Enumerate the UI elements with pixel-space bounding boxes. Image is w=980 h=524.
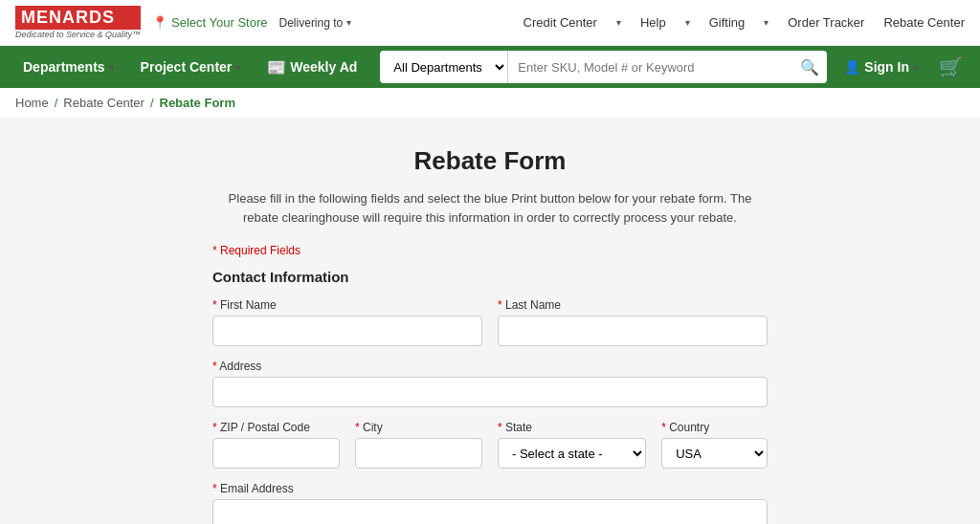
name-row: * * First Name First Name * Last Name bbox=[212, 298, 768, 346]
department-select[interactable]: All Departments bbox=[380, 51, 508, 83]
top-bar-right: Credit Center ▾ Help ▾ Gifting ▾ Order T… bbox=[523, 15, 965, 30]
delivering: Delivering to ▾ bbox=[279, 16, 352, 30]
help-chevron: ▾ bbox=[685, 17, 690, 28]
nav-right: 👤 Sign In ▾ 🛒 bbox=[836, 55, 970, 78]
weekly-ad-icon: 📰 bbox=[267, 58, 286, 76]
zip-required: * bbox=[212, 421, 217, 434]
sign-in-label: Sign In bbox=[864, 59, 909, 75]
sign-in-button[interactable]: 👤 Sign In ▾ bbox=[836, 59, 925, 75]
gifting-link[interactable]: Gifting bbox=[709, 15, 746, 30]
state-label: * State bbox=[498, 421, 646, 434]
last-name-required: * bbox=[498, 298, 502, 312]
search-bar: All Departments 🔍 bbox=[380, 51, 827, 83]
store-select[interactable]: 📍 Select Your Store bbox=[152, 15, 267, 30]
state-select[interactable]: - Select a state - bbox=[498, 438, 646, 469]
address-input[interactable] bbox=[212, 377, 768, 407]
logo-tagline: Dedicated to Service & Quality™ bbox=[15, 30, 141, 39]
email-group: * Email Address bbox=[212, 482, 768, 524]
location-row: * ZIP / Postal Code * City * State - Sel bbox=[212, 421, 768, 469]
departments-label: Departments bbox=[23, 59, 105, 75]
delivering-label: Delivering to bbox=[279, 16, 344, 30]
user-icon: 👤 bbox=[844, 59, 860, 75]
email-required: * bbox=[212, 482, 217, 495]
top-bar: MENARDS Dedicated to Service & Quality™ … bbox=[0, 0, 980, 46]
delivering-chevron[interactable]: ▾ bbox=[346, 17, 351, 28]
email-input[interactable] bbox=[212, 499, 768, 524]
breadcrumb-home[interactable]: Home bbox=[15, 96, 49, 110]
signin-chevron: ▾ bbox=[913, 62, 918, 73]
last-name-group: * Last Name bbox=[498, 298, 768, 346]
country-select[interactable]: USA bbox=[661, 438, 768, 469]
address-label: * Address bbox=[212, 360, 768, 373]
nav-departments[interactable]: Departments ▾ bbox=[10, 46, 127, 88]
rebate-center-link[interactable]: Rebate Center bbox=[883, 15, 965, 30]
zip-label: * ZIP / Postal Code bbox=[212, 421, 340, 434]
store-select-label[interactable]: Select Your Store bbox=[171, 15, 267, 30]
state-required: * bbox=[498, 421, 502, 434]
zip-input[interactable] bbox=[212, 438, 340, 469]
country-required: * bbox=[661, 421, 666, 434]
gifting-chevron: ▾ bbox=[764, 17, 768, 28]
address-group: * Address bbox=[212, 360, 768, 407]
order-tracker-link[interactable]: Order Tracker bbox=[788, 15, 864, 30]
zip-group: * ZIP / Postal Code bbox=[212, 421, 340, 469]
city-group: * City bbox=[355, 421, 482, 469]
breadcrumb-current: Rebate Form bbox=[160, 96, 235, 110]
section-title: Contact Information bbox=[212, 269, 768, 285]
logo-area: MENARDS Dedicated to Service & Quality™ bbox=[15, 6, 141, 39]
departments-chevron: ▾ bbox=[109, 62, 114, 73]
logo: MENARDS bbox=[15, 6, 141, 30]
cart-button[interactable]: 🛒 bbox=[931, 55, 970, 78]
nav-project-center[interactable]: Project Center ▾ bbox=[127, 46, 255, 88]
email-label: * Email Address bbox=[212, 482, 768, 495]
last-name-input[interactable] bbox=[498, 316, 768, 346]
search-input[interactable] bbox=[508, 51, 792, 83]
location-icon: 📍 bbox=[152, 15, 167, 30]
last-name-label: * Last Name bbox=[498, 298, 768, 312]
country-label: * Country bbox=[661, 421, 768, 434]
required-note: * Required Fields bbox=[212, 244, 768, 257]
address-row: * Address bbox=[212, 360, 768, 407]
project-center-label: Project Center bbox=[141, 59, 233, 75]
address-required: * bbox=[212, 360, 217, 373]
first-name-required: * bbox=[212, 298, 217, 312]
breadcrumb-sep-1: / bbox=[55, 96, 58, 110]
credit-center-link[interactable]: Credit Center bbox=[523, 15, 597, 30]
nav-weekly-ad[interactable]: 📰 Weekly Ad bbox=[254, 46, 370, 88]
form-title: Rebate Form bbox=[212, 146, 768, 176]
form-description: Please fill in the following fields and … bbox=[212, 189, 768, 227]
main-content: Rebate Form Please fill in the following… bbox=[0, 118, 980, 524]
city-input[interactable] bbox=[355, 438, 482, 469]
country-group: * Country USA bbox=[661, 421, 768, 469]
form-container: Rebate Form Please fill in the following… bbox=[212, 146, 768, 524]
email-row: * Email Address bbox=[212, 482, 768, 524]
breadcrumb: Home / Rebate Center / Rebate Form bbox=[0, 88, 980, 118]
city-required: * bbox=[355, 421, 360, 434]
first-name-label: * * First Name First Name bbox=[212, 298, 482, 312]
project-center-chevron: ▾ bbox=[235, 62, 240, 73]
weekly-ad-label: Weekly Ad bbox=[290, 59, 357, 75]
breadcrumb-sep-2: / bbox=[150, 96, 154, 110]
help-link[interactable]: Help bbox=[640, 15, 666, 30]
nav-bar: Departments ▾ Project Center ▾ 📰 Weekly … bbox=[0, 46, 980, 88]
cart-icon: 🛒 bbox=[939, 55, 963, 78]
state-group: * State - Select a state - bbox=[498, 421, 646, 469]
credit-center-chevron: ▾ bbox=[616, 17, 621, 28]
first-name-group: * * First Name First Name bbox=[212, 298, 482, 346]
city-label: * City bbox=[355, 421, 482, 434]
first-name-input[interactable] bbox=[212, 316, 482, 346]
search-button[interactable]: 🔍 bbox=[792, 51, 827, 83]
breadcrumb-rebate-center[interactable]: Rebate Center bbox=[63, 96, 145, 110]
top-bar-left: MENARDS Dedicated to Service & Quality™ … bbox=[15, 6, 351, 39]
